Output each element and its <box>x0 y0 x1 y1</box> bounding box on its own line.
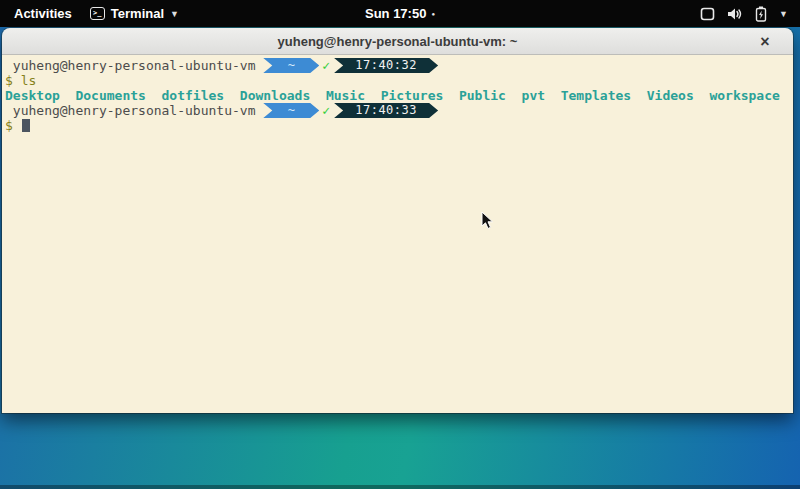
system-status-area[interactable]: ▼ <box>700 6 800 22</box>
chevron-down-icon: ▼ <box>170 9 179 19</box>
prompt-user: yuheng@henry-personal-ubuntu-vm <box>5 58 263 73</box>
ls-output-line: Desktop Documents dotfiles Downloads Mus… <box>5 88 793 103</box>
prompt-user: yuheng@henry-personal-ubuntu-vm <box>5 103 263 118</box>
close-icon[interactable]: × <box>753 28 777 55</box>
display-icon <box>700 7 715 21</box>
prompt-path-segment: ~ <box>263 103 319 118</box>
command-line: $ ls <box>5 73 793 88</box>
text-cursor <box>22 119 30 132</box>
clock-label: Sun 17:50 <box>365 6 426 21</box>
terminal-window: yuheng@henry-personal-ubuntu-vm: ~ × yuh… <box>2 28 793 413</box>
app-menu-label: Terminal <box>111 6 164 21</box>
window-title: yuheng@henry-personal-ubuntu-vm: ~ <box>278 34 518 49</box>
notification-dot-icon: ● <box>431 11 435 17</box>
prompt-time-segment: 17:40:33 <box>334 103 438 118</box>
top-bar-left: Activities >_ Terminal ▼ <box>0 4 179 23</box>
directory-listing: Desktop Documents dotfiles Downloads Mus… <box>5 88 780 103</box>
input-line[interactable]: $ <box>5 118 793 133</box>
command-text: $ ls <box>5 73 36 88</box>
window-titlebar[interactable]: yuheng@henry-personal-ubuntu-vm: ~ × <box>2 28 793 55</box>
battery-charging-icon <box>755 6 767 22</box>
terminal-app-icon: >_ <box>90 7 105 20</box>
success-check-icon: ✓ <box>322 58 330 73</box>
volume-icon <box>727 7 743 21</box>
system-menu-chevron-icon: ▼ <box>779 9 788 19</box>
success-check-icon: ✓ <box>322 103 330 118</box>
prompt-line-2: yuheng@henry-personal-ubuntu-vm ~ ✓ 17:4… <box>5 103 793 118</box>
prompt-time-segment: 17:40:32 <box>334 58 438 73</box>
prompt-symbol: $ <box>5 118 21 133</box>
activities-button[interactable]: Activities <box>10 4 76 23</box>
terminal-content[interactable]: yuheng@henry-personal-ubuntu-vm ~ ✓ 17:4… <box>2 55 793 413</box>
prompt-path-segment: ~ <box>263 58 319 73</box>
prompt-line-1: yuheng@henry-personal-ubuntu-vm ~ ✓ 17:4… <box>5 58 793 73</box>
app-menu-button[interactable]: >_ Terminal ▼ <box>90 6 179 21</box>
gnome-top-bar: Activities >_ Terminal ▼ Sun 17:50 ● ▼ <box>0 0 800 27</box>
